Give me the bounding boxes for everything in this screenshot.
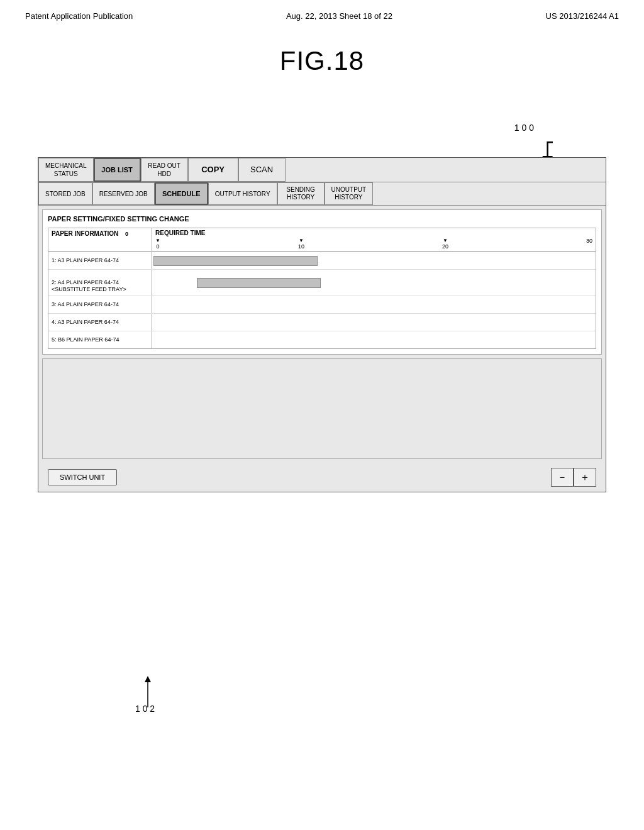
chart-row-1: 1: A3 PLAIN PAPER 64-74 (48, 252, 596, 269)
header-middle: Aug. 22, 2013 Sheet 18 of 22 (286, 11, 392, 21)
switch-unit-button[interactable]: SWITCH UNIT (48, 469, 117, 485)
plus-icon: ＋ (580, 471, 590, 484)
tab-mechanical-status[interactable]: MECHANICAL STATUS (38, 158, 94, 182)
chart-row-4-info: 4: A3 PLAIN PAPER 64-74 (48, 314, 152, 331)
page-header: Patent Application Publication Aug. 22, … (0, 0, 644, 27)
time-tick-30: 30 (586, 238, 592, 250)
chart-row-2-info: 2: A4 PLAIN PAPER 64-74 <SUBSTITUTE FEED… (48, 270, 152, 296)
chart-row-4-bar (152, 314, 596, 331)
tab-scan[interactable]: SCAN (238, 158, 286, 182)
time-label: REQUIRED TIME (155, 230, 592, 236)
tab-unoutput-history[interactable]: UNOUTPUTHISTORY (325, 182, 374, 205)
content-area: PAPER SETTING/FIXED SETTING CHANGE PAPER… (42, 209, 602, 355)
figure-label: FIG.18 (0, 46, 644, 76)
chart-col-time-header: REQUIRED TIME ▼ 0 ▼ 10 ▼ 20 (152, 228, 596, 251)
time-tick-20: ▼ 20 (442, 238, 448, 250)
tab-row-2: STORED JOB RESERVED JOB SCHEDULE OUTPUT … (38, 182, 606, 206)
bottom-controls: SWITCH UNIT － ＋ (38, 463, 606, 492)
tab-row-1: MECHANICAL STATUS JOB LIST READ OUTHDD C… (38, 158, 606, 182)
chart-header: PAPER INFORMATION 0 REQUIRED TIME ▼ 0 ▼ … (48, 228, 596, 252)
lower-area (42, 358, 602, 459)
tab-copy[interactable]: COPY (188, 158, 238, 182)
main-container: MECHANICAL STATUS JOB LIST READ OUTHDD C… (38, 157, 606, 492)
chart-row-5-bar (152, 331, 596, 348)
chart-row-1-bar (152, 252, 596, 269)
tab-sending-history[interactable]: SENDINGHISTORY (277, 182, 325, 205)
ref-100: 1 0 0 (514, 123, 534, 133)
chart-row-3-bar (152, 296, 596, 313)
chart-row-5: 5: B6 PLAIN PAPER 64-74 (48, 331, 596, 348)
tab-output-history[interactable]: OUTPUT HISTORY (208, 182, 277, 205)
chart-col-info-header: PAPER INFORMATION 0 (48, 228, 152, 251)
tab-row1-spacer (286, 158, 606, 182)
bar-segment-1 (153, 256, 318, 266)
chart-row-4: 4: A3 PLAIN PAPER 64-74 (48, 313, 596, 331)
chart-row-2: 2: A4 PLAIN PAPER 64-74 <SUBSTITUTE FEED… (48, 269, 596, 296)
tab-stored-job[interactable]: STORED JOB (38, 182, 92, 205)
chart-row-3: 3: A4 PLAIN PAPER 64-74 (48, 296, 596, 313)
minus-button[interactable]: － (551, 468, 574, 487)
time-tick-0: ▼ 0 (155, 238, 160, 250)
time-axis: ▼ 0 ▼ 10 ▼ 20 30 (155, 238, 592, 250)
bar-segment-2 (197, 278, 321, 288)
tab-reserved-job[interactable]: RESERVED JOB (92, 182, 155, 205)
content-title: PAPER SETTING/FIXED SETTING CHANGE (48, 215, 596, 223)
svg-marker-2 (145, 676, 151, 682)
tab-schedule[interactable]: SCHEDULE (155, 182, 208, 205)
plus-button[interactable]: ＋ (574, 468, 596, 487)
tab-row2-spacer (373, 182, 606, 205)
time-tick-10: ▼ 10 (298, 238, 304, 250)
chart-container: PAPER INFORMATION 0 REQUIRED TIME ▼ 0 ▼ … (48, 228, 596, 349)
chart-row-2-bar (152, 270, 596, 296)
tab-job-list[interactable]: JOB LIST (94, 158, 141, 182)
header-right: US 2013/216244 A1 (546, 11, 619, 21)
chart-row-5-info: 5: B6 PLAIN PAPER 64-74 (48, 331, 152, 348)
chart-row-1-info: 1: A3 PLAIN PAPER 64-74 (48, 252, 152, 269)
ref-102: 1 0 2 (135, 704, 155, 714)
minus-icon: － (557, 471, 567, 484)
tab-read-out-hdd[interactable]: READ OUTHDD (141, 158, 188, 182)
header-left: Patent Application Publication (25, 11, 133, 21)
minus-plus-controls: － ＋ (551, 468, 596, 487)
chart-row-3-info: 3: A4 PLAIN PAPER 64-74 (48, 296, 152, 313)
